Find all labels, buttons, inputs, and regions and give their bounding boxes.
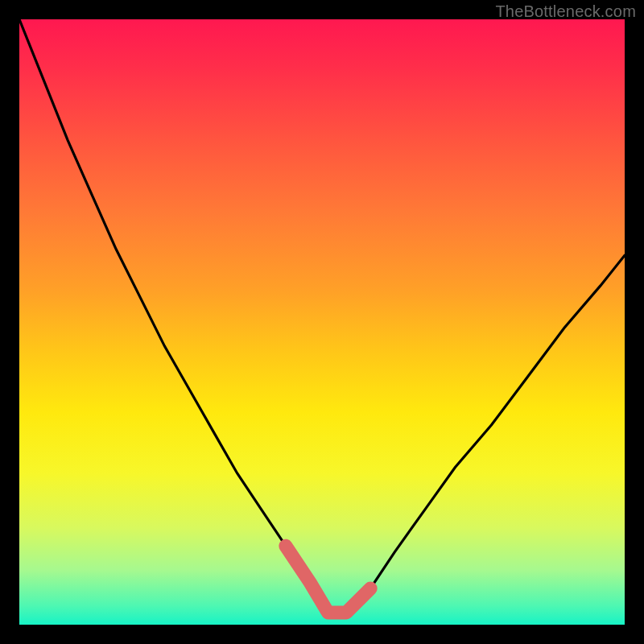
bottleneck-curve xyxy=(19,19,625,613)
chart-svg xyxy=(19,19,625,625)
sweet-spot-marker xyxy=(286,546,370,613)
chart-frame: TheBottleneck.com xyxy=(0,0,644,644)
chart-plot-area xyxy=(19,19,625,625)
watermark-text: TheBottleneck.com xyxy=(495,2,636,21)
